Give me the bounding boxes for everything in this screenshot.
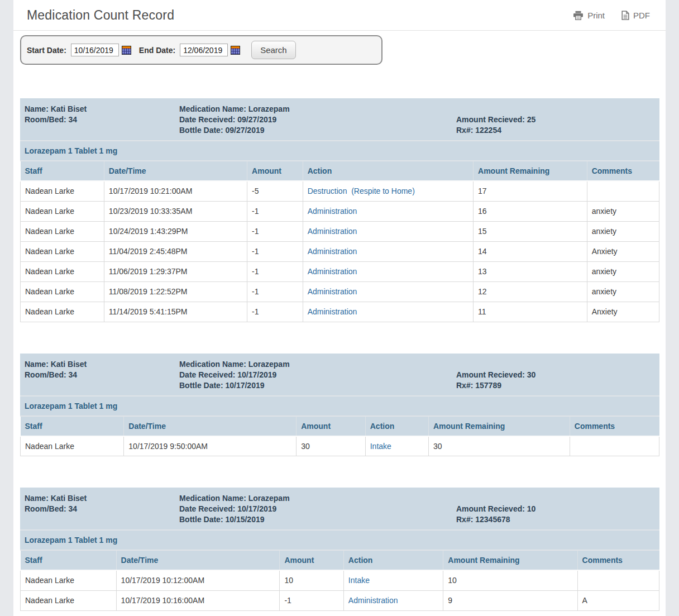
medication-info-column: Medication Name: Lorazepam Date Received…: [179, 493, 456, 525]
date-received: Date Received: 10/17/2019: [179, 504, 456, 514]
pdf-button-label: PDF: [633, 11, 650, 20]
action-link[interactable]: Administration: [308, 267, 357, 276]
page-panel: Medication Count Record Print: [13, 0, 666, 616]
action-cell: Destruction (Respite to Home): [303, 181, 473, 201]
table-header-row: StaffDate/TimeAmountActionAmount Remaini…: [21, 551, 659, 570]
amount-received: Amount Recieved: 30: [456, 370, 655, 380]
action-link[interactable]: Administration: [308, 247, 357, 256]
column-header: Comments: [577, 551, 659, 570]
content-area: Start Date: End Date:: [13, 35, 666, 611]
column-header: Amount: [247, 161, 303, 181]
action-link[interactable]: Administration: [308, 307, 357, 316]
patient-info-column: Name: Kati Biset Room/Bed: 34: [25, 104, 179, 136]
medication-info-column: Medication Name: Lorazepam Date Received…: [179, 104, 456, 136]
staff-cell: Nadean Larke: [21, 221, 104, 241]
table-row: Nadean Larke11/06/2019 1:29:37PM-1Admini…: [21, 261, 659, 281]
end-date-label: End Date:: [139, 46, 175, 55]
column-header: Action: [365, 417, 428, 436]
amount-info-column: Amount Recieved: 10 Rx#: 12345678: [456, 493, 655, 525]
column-header: Staff: [21, 161, 104, 181]
column-header: Comments: [587, 161, 659, 181]
table-row: Nadean Larke11/14/2019 5:41:15PM-1Admini…: [21, 302, 659, 322]
amount-remaining-cell: 30: [428, 436, 570, 456]
records-list: Name: Kati Biset Room/Bed: 34 Medication…: [20, 98, 659, 611]
count-table: StaffDate/TimeAmountActionAmount Remaini…: [20, 417, 659, 457]
datetime-cell: 11/14/2019 5:41:15PM: [104, 302, 247, 322]
action-link[interactable]: Destruction (Respite to Home): [308, 187, 415, 195]
amount-cell: -1: [247, 261, 303, 281]
search-button[interactable]: Search: [251, 41, 296, 59]
column-header: Amount Remaining: [474, 161, 587, 181]
pdf-button[interactable]: PDF: [621, 11, 650, 20]
action-link[interactable]: Intake: [348, 576, 370, 585]
table-header-row: StaffDate/TimeAmountActionAmount Remaini…: [21, 161, 659, 181]
datetime-cell: 10/24/2019 1:43:29PM: [104, 221, 247, 241]
staff-cell: Nadean Larke: [21, 570, 117, 590]
column-header: Date/Time: [104, 161, 247, 181]
amount-received: Amount Recieved: 25: [456, 114, 655, 125]
medication-record: Name: Kati Biset Room/Bed: 34 Medication…: [20, 488, 659, 611]
record-header: Name: Kati Biset Room/Bed: 34 Medication…: [20, 488, 659, 529]
record-header: Name: Kati Biset Room/Bed: 34 Medication…: [20, 354, 659, 395]
medication-title: Lorazepam 1 Tablet 1 mg: [20, 395, 659, 417]
medication-record: Name: Kati Biset Room/Bed: 34 Medication…: [20, 354, 659, 457]
amount-remaining-cell: 14: [474, 241, 587, 261]
action-link[interactable]: Intake: [370, 442, 391, 451]
medication-name: Medication Name: Lorazepam: [179, 493, 456, 504]
staff-cell: Nadean Larke: [21, 302, 104, 322]
bottle-date: Bottle Date: 10/17/2019: [179, 380, 456, 391]
calendar-icon: [231, 48, 240, 56]
datetime-cell: 11/04/2019 2:45:48PM: [104, 241, 247, 261]
end-date-calendar-button[interactable]: [231, 46, 240, 55]
action-link[interactable]: Administration: [308, 287, 357, 296]
amount-info-column: Amount Recieved: 30 Rx#: 157789: [456, 359, 655, 391]
staff-cell: Nadean Larke: [21, 181, 104, 201]
date-received: Date Received: 09/27/2019: [179, 114, 456, 125]
print-button[interactable]: Print: [573, 11, 605, 20]
action-cell: Administration: [303, 281, 473, 302]
rx-number: Rx#: 12345678: [456, 514, 655, 525]
comments-cell: anxiety: [587, 281, 659, 302]
start-date-label: Start Date:: [27, 46, 66, 55]
column-header: Action: [303, 161, 473, 181]
table-row: Nadean Larke11/08/2019 1:22:52PM-1Admini…: [21, 281, 659, 302]
action-link[interactable]: Administration: [348, 596, 398, 605]
start-date-input[interactable]: [71, 44, 119, 56]
comments-cell: [570, 436, 659, 456]
staff-cell: Nadean Larke: [21, 281, 104, 302]
staff-cell: Nadean Larke: [21, 201, 104, 221]
page-title: Medication Count Record: [27, 8, 174, 23]
table-row: Nadean Larke11/04/2019 2:45:48PM-1Admini…: [21, 241, 659, 261]
action-cell: Administration: [303, 261, 473, 281]
column-header: Staff: [21, 417, 124, 436]
table-row: Nadean Larke10/17/2019 10:12:00AM10Intak…: [21, 570, 659, 590]
column-header: Comments: [570, 417, 659, 436]
action-cell: Administration: [303, 201, 473, 221]
amount-remaining-cell: 12: [474, 281, 587, 302]
end-date-input[interactable]: [180, 44, 228, 56]
comments-cell: Anxiety: [587, 241, 659, 261]
action-cell: Intake: [343, 570, 443, 590]
start-date-calendar-button[interactable]: [122, 46, 131, 55]
column-header: Amount: [280, 551, 343, 570]
action-cell: Administration: [343, 590, 443, 610]
amount-info-column: Amount Recieved: 25 Rx#: 122254: [456, 104, 655, 136]
record-header: Name: Kati Biset Room/Bed: 34 Medication…: [20, 98, 659, 140]
comments-cell: Anxiety: [587, 302, 659, 322]
column-header: Staff: [21, 551, 117, 570]
pdf-icon: [621, 11, 629, 20]
action-cell: Intake: [365, 436, 428, 456]
table-row: Nadean Larke10/17/2019 9:50:00AM30Intake…: [21, 436, 659, 456]
amount-cell: -1: [247, 221, 303, 241]
action-cell: Administration: [303, 302, 473, 322]
action-link[interactable]: Administration: [308, 227, 357, 236]
action-link[interactable]: Administration: [308, 207, 357, 216]
amount-remaining-cell: 17: [474, 181, 587, 201]
amount-cell: -1: [247, 302, 303, 322]
amount-received: Amount Recieved: 10: [456, 504, 655, 514]
date-range-form: Start Date: End Date:: [20, 35, 382, 65]
amount-remaining-cell: 15: [474, 221, 587, 241]
amount-remaining-cell: 13: [474, 261, 587, 281]
calendar-icon: [122, 48, 131, 56]
comments-cell: [577, 570, 659, 590]
